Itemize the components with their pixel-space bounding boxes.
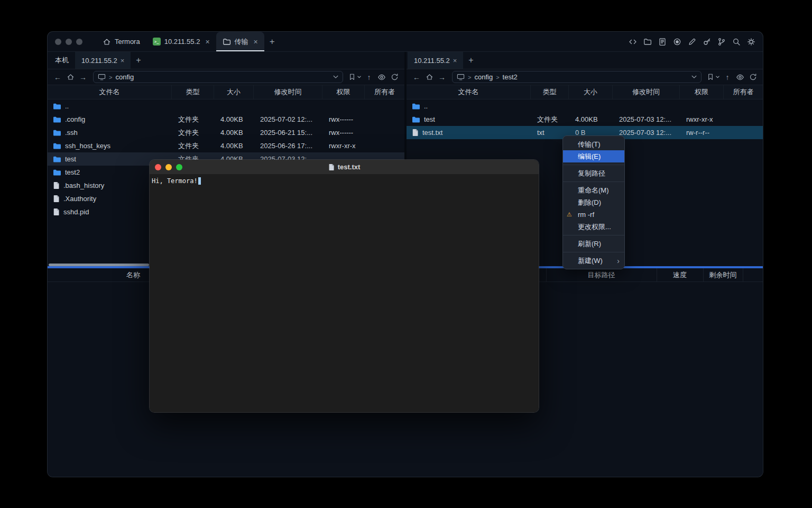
file-row[interactable]: .config文件夹4.00KB2025-07-02 12:...rwx----… (48, 113, 404, 126)
branch-icon[interactable] (717, 38, 726, 46)
close-tab-icon[interactable]: × (254, 38, 258, 46)
path-separator: > (496, 74, 499, 80)
tab-transfer[interactable]: 传输 × (216, 32, 264, 51)
bookmark-button[interactable] (707, 72, 719, 83)
menu-item[interactable]: 复制路径 (563, 167, 624, 179)
tab-remote-session[interactable]: 10.211.55.2 × (408, 52, 463, 69)
column-header-owner[interactable]: 所有者 (724, 85, 763, 99)
menu-item[interactable]: 刷新(R) (563, 238, 624, 250)
code-icon[interactable] (629, 38, 637, 46)
menu-item[interactable]: ⚠rm -rf (563, 208, 624, 221)
menu-item-label: 新建(W) (578, 256, 603, 266)
home-button[interactable] (425, 72, 434, 83)
new-tab-button[interactable]: + (264, 37, 280, 47)
edit-icon[interactable] (688, 38, 696, 46)
zoom-window-button[interactable] (76, 39, 82, 45)
log-icon[interactable] (658, 38, 667, 46)
column-header-type[interactable]: 类型 (172, 85, 214, 99)
bookmark-button[interactable] (348, 72, 361, 83)
file-type-cell: 文件夹 (172, 128, 214, 138)
path-segment[interactable]: config (115, 73, 134, 81)
file-row[interactable]: .ssh文件夹4.00KB2025-06-21 15:...rwx------ (48, 126, 404, 139)
close-tab-icon[interactable]: × (205, 38, 209, 46)
column-header-size[interactable]: 大小 (214, 85, 254, 99)
editor-content[interactable]: Hi, Termora! (150, 175, 539, 412)
path-bar[interactable]: > config > test2 (452, 71, 702, 83)
tab-termora[interactable]: Termora (96, 32, 146, 51)
refresh-icon[interactable] (748, 72, 758, 83)
back-button[interactable]: ← (53, 72, 62, 83)
editor-title: test.txt (328, 163, 361, 171)
close-tab-icon[interactable]: × (453, 57, 457, 65)
menu-item[interactable]: 删除(D) (563, 196, 624, 208)
file-row[interactable]: .. (407, 99, 763, 113)
menu-item[interactable]: 更改权限... (563, 221, 624, 233)
refresh-icon[interactable] (390, 72, 399, 83)
tab-remote-session[interactable]: 10.211.55.2 × (75, 52, 131, 69)
home-button[interactable] (66, 72, 75, 83)
close-tab-icon[interactable]: × (121, 57, 125, 65)
parent-directory-button[interactable]: ↑ (723, 72, 732, 83)
forward-button[interactable]: → (78, 72, 88, 83)
settings-gear-icon[interactable] (747, 38, 755, 46)
right-panel-toolbar: ← → > config > test2 ↑ (407, 69, 763, 85)
column-header-mtime[interactable]: 修改时间 (254, 85, 322, 99)
forward-button[interactable]: → (437, 72, 447, 83)
file-icon (412, 129, 419, 137)
file-permissions-cell: rwxr-xr-x (680, 115, 724, 123)
show-hidden-eye-icon[interactable] (377, 72, 386, 83)
transfer-column-speed[interactable]: 速度 (657, 268, 703, 282)
record-icon[interactable] (673, 38, 681, 46)
column-header-perm[interactable]: 权限 (322, 85, 365, 99)
key-icon[interactable] (703, 38, 711, 46)
chevron-down-icon[interactable] (691, 75, 697, 79)
new-panel-tab-button[interactable]: + (131, 52, 146, 69)
folder-icon (412, 116, 420, 123)
path-segment[interactable]: config (474, 73, 493, 81)
path-separator: > (468, 74, 471, 80)
file-row[interactable]: ssh_host_keys文件夹4.00KB2025-06-26 17:...r… (48, 139, 404, 152)
file-row[interactable]: test文件夹4.00KB2025-07-03 12:...rwxr-xr-x (407, 113, 763, 126)
transfer-column-destination[interactable]: 目标路径 (546, 268, 657, 282)
chevron-down-icon (716, 76, 719, 78)
menu-item[interactable]: 传输(T) (563, 138, 624, 150)
column-header-name[interactable]: 文件名 (48, 85, 172, 99)
column-header-name[interactable]: 文件名 (407, 85, 531, 99)
path-bar[interactable]: > config (93, 71, 343, 83)
menu-item[interactable]: 编辑(E) (563, 150, 624, 162)
column-header-perm[interactable]: 权限 (680, 85, 724, 99)
editor-titlebar[interactable]: test.txt (150, 160, 539, 175)
file-size-cell: 4.00KB (214, 129, 254, 137)
file-name-label: test2 (65, 168, 80, 176)
menu-item[interactable]: 新建(W)› (563, 255, 624, 267)
computer-icon (98, 73, 106, 81)
menu-item[interactable]: 重命名(M) (563, 184, 624, 196)
minimize-window-button[interactable] (165, 164, 172, 170)
column-header-owner[interactable]: 所有者 (365, 85, 404, 99)
file-mtime-cell: 2025-06-26 17:... (254, 142, 322, 150)
minimize-window-button[interactable] (66, 39, 72, 45)
path-segment[interactable]: test2 (503, 73, 518, 81)
transfer-column-remaining[interactable]: 剩余时间 (703, 268, 743, 282)
new-panel-tab-button[interactable]: + (463, 52, 478, 69)
column-header-mtime[interactable]: 修改时间 (613, 85, 680, 99)
close-window-button[interactable] (155, 164, 161, 170)
tab-local[interactable]: 本机 (49, 52, 75, 69)
text-cursor (198, 177, 201, 185)
chevron-down-icon[interactable] (333, 75, 338, 79)
show-hidden-eye-icon[interactable] (735, 72, 745, 83)
column-header-type[interactable]: 类型 (531, 85, 569, 99)
file-permissions-cell: rwxr-xr-x (322, 142, 365, 150)
file-row[interactable]: .. (48, 99, 404, 113)
close-window-button[interactable] (55, 39, 61, 45)
tab-ssh-session[interactable]: >_ 10.211.55.2 × (146, 32, 216, 51)
back-button[interactable]: ← (412, 72, 421, 83)
search-icon[interactable] (732, 38, 741, 46)
parent-directory-button[interactable]: ↑ (364, 72, 374, 83)
zoom-window-button[interactable] (176, 164, 182, 170)
file-name-label: .Xauthority (63, 195, 96, 203)
folder-icon[interactable] (643, 38, 652, 46)
horizontal-scrollbar-thumb[interactable] (49, 264, 149, 266)
column-header-size[interactable]: 大小 (569, 85, 613, 99)
ssh-terminal-icon: >_ (153, 38, 161, 46)
